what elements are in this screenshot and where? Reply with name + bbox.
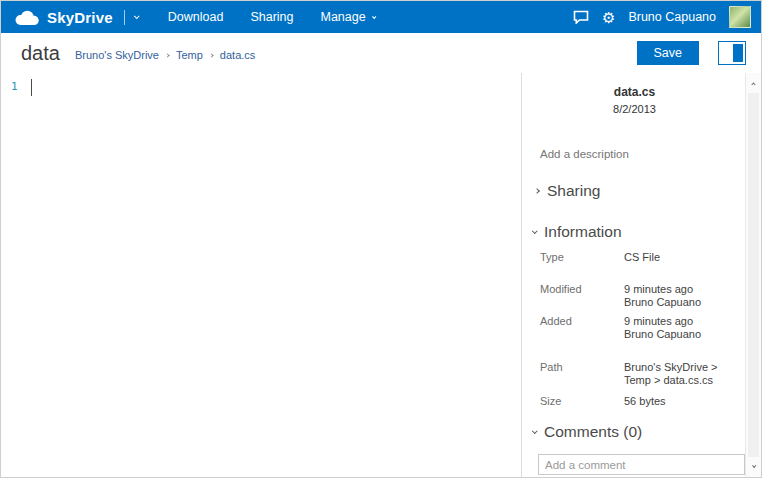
nav-item-sharing-label: Sharing (250, 10, 293, 24)
information-section-label: Information (544, 223, 622, 241)
information-section-header[interactable]: Information (532, 223, 622, 241)
info-label: Added (540, 315, 572, 327)
breadcrumb-item-file[interactable]: data.cs (220, 49, 255, 61)
line-number: 1 (11, 80, 18, 93)
manage-chevron-down-icon (372, 14, 376, 18)
top-navigation: Download Sharing Manage (168, 10, 375, 24)
skydrive-window: SkyDrive Download Sharing Manage ⚙ (0, 0, 762, 478)
user-name[interactable]: Bruno Capuano (628, 10, 716, 24)
info-value: 9 minutes ago Bruno Capuano (624, 315, 701, 341)
nav-item-manage-label: Manage (321, 10, 366, 24)
brand-divider (124, 10, 125, 25)
info-value-line: 9 minutes ago (624, 315, 701, 328)
top-right-cluster: ⚙ Bruno Capuano (573, 6, 751, 28)
chevron-right-icon (534, 188, 540, 194)
info-value: Bruno's SkyDrive > Temp > data.cs.cs (624, 361, 718, 387)
gear-icon[interactable]: ⚙ (602, 10, 615, 25)
breadcrumb-item-temp[interactable]: Temp (176, 49, 203, 61)
info-label: Path (540, 361, 563, 373)
info-value-line: Bruno Capuano (624, 296, 701, 309)
path-link-line[interactable]: Bruno's SkyDrive > (624, 361, 718, 374)
add-description-button[interactable]: Add a description (540, 148, 629, 160)
header-actions: Save (637, 41, 747, 65)
chevron-down-icon (532, 228, 538, 234)
breadcrumb: Bruno's SkyDrive Temp data.cs (75, 49, 255, 61)
info-value-line: 9 minutes ago (624, 283, 701, 296)
nav-item-download-label: Download (168, 10, 224, 24)
nav-item-manage[interactable]: Manage (321, 10, 375, 24)
comment-input[interactable] (538, 454, 745, 475)
sharing-section-header[interactable]: Sharing (535, 182, 600, 200)
avatar[interactable] (729, 6, 751, 28)
chevron-up-icon (751, 82, 755, 86)
scroll-up-button[interactable] (746, 76, 761, 92)
info-label: Type (540, 251, 564, 263)
code-editor[interactable]: 1 (1, 73, 521, 477)
app-switcher-chevron-down-icon[interactable] (134, 13, 140, 19)
file-name: data.cs (522, 85, 747, 99)
scrollbar-thumb[interactable] (748, 93, 759, 457)
chevron-right-icon (209, 53, 213, 57)
nav-item-sharing[interactable]: Sharing (250, 10, 293, 24)
info-value: 9 minutes ago Bruno Capuano (624, 283, 701, 309)
chevron-right-icon (165, 53, 169, 57)
cloud-icon (13, 9, 40, 26)
file-date: 8/2/2013 (522, 103, 747, 115)
info-label: Size (540, 395, 561, 407)
nav-item-download[interactable]: Download (168, 10, 224, 24)
chevron-down-icon (532, 428, 538, 434)
comments-section-label: Comments (0) (544, 423, 642, 441)
scrollbar[interactable] (745, 73, 761, 477)
scroll-down-button[interactable] (746, 458, 761, 474)
path-link-line[interactable]: Temp > data.cs.cs (624, 374, 718, 387)
details-panel: data.cs 8/2/2013 Add a description Shari… (522, 73, 747, 477)
details-pane-toggle-button[interactable] (718, 41, 746, 65)
page-title: data (21, 42, 60, 65)
feedback-icon[interactable] (573, 10, 589, 24)
info-value-line: Bruno Capuano (624, 328, 701, 341)
skydrive-logo[interactable]: SkyDrive (13, 9, 138, 26)
comments-section-header[interactable]: Comments (0) (532, 423, 642, 441)
text-caret (31, 79, 32, 96)
chevron-down-icon (752, 463, 756, 467)
save-button[interactable]: Save (637, 41, 700, 65)
details-pane-toggle-icon (733, 44, 743, 62)
top-bar: SkyDrive Download Sharing Manage ⚙ (1, 1, 761, 33)
page-header: data Bruno's SkyDrive Temp data.cs Save (1, 33, 761, 73)
sharing-section-label: Sharing (547, 182, 600, 200)
info-value: CS File (624, 251, 660, 264)
brand-name: SkyDrive (47, 9, 113, 26)
breadcrumb-item-skydrive[interactable]: Bruno's SkyDrive (75, 49, 159, 61)
info-value: 56 bytes (624, 395, 666, 408)
info-label: Modified (540, 283, 582, 295)
